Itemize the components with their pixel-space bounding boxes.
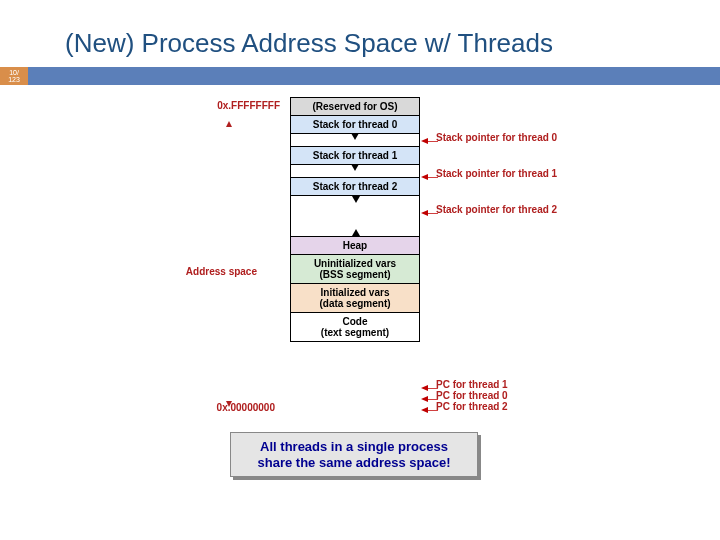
label-pc2: PC for thread 2: [436, 401, 508, 412]
label-address-space: Address space: [157, 266, 257, 277]
memory-stack: (Reserved for OS) Stack for thread 0 Sta…: [290, 98, 420, 342]
header-bar: 10/ 123: [0, 67, 720, 85]
label-sp0: Stack pointer for thread 0: [436, 132, 557, 143]
caption: All threads in a single process share th…: [230, 432, 478, 477]
cell-os: (Reserved for OS): [290, 97, 420, 116]
page-total: 123: [8, 76, 20, 83]
cell-data: Initialized vars(data segment): [290, 283, 420, 313]
label-sp1: Stack pointer for thread 1: [436, 168, 557, 179]
page-badge: 10/ 123: [0, 67, 28, 85]
cell-stack-2: Stack for thread 2: [290, 177, 420, 196]
cell-bss: Uninitialized vars(BSS segment): [290, 254, 420, 284]
cell-code: Code(text segment): [290, 312, 420, 342]
page-num: 10/: [9, 69, 19, 76]
label-pc1: PC for thread 1: [436, 379, 508, 390]
slide-title: (New) Process Address Space w/ Threads: [0, 0, 720, 67]
label-pc0: PC for thread 0: [436, 390, 508, 401]
label-sp2: Stack pointer for thread 2: [436, 204, 557, 215]
label-bot-addr: 0x.00000000: [175, 402, 275, 413]
label-top-addr: 0x.FFFFFFFF: [180, 100, 280, 111]
blue-bar: [28, 67, 720, 85]
gap-0: [290, 133, 420, 147]
gap-1: [290, 164, 420, 178]
cell-stack-1: Stack for thread 1: [290, 146, 420, 165]
gap-big: [290, 195, 420, 237]
cell-stack-0: Stack for thread 0: [290, 115, 420, 134]
cell-heap: Heap: [290, 236, 420, 255]
arrow-up-icon: [226, 114, 232, 132]
